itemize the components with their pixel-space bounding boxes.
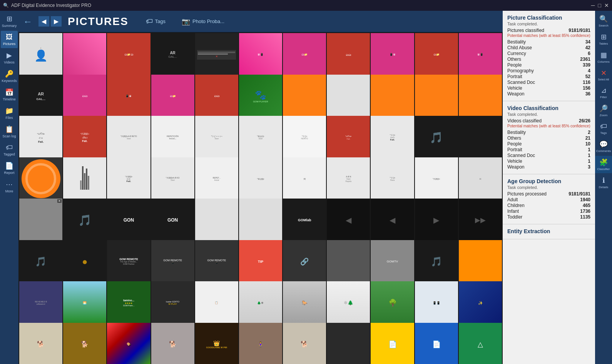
grid-cell[interactable]: *片調節• เสียง Fail. <box>63 116 106 159</box>
grid-cell[interactable]: △ <box>459 323 502 364</box>
grid-cell[interactable]: 🐕 <box>283 323 326 364</box>
grid-cell[interactable]: ✕ <box>195 33 238 76</box>
grid-cell[interactable] <box>459 240 502 283</box>
grid-cell[interactable]: GON <box>107 199 150 242</box>
grid-cell[interactable]: 🗂📁 <box>283 33 326 76</box>
grid-cell[interactable]: *再생点• Start <box>239 116 282 159</box>
right-sidebar-item-classifier[interactable]: 🧩 Classifier <box>595 156 612 173</box>
grid-cell[interactable]: ❄🌲 <box>327 281 370 324</box>
right-sidebar-item-tables[interactable]: ⊞ Tables <box>595 30 612 48</box>
grid-cell[interactable]: 🔗 <box>283 240 326 283</box>
nav-prev-button[interactable]: ◀ <box>38 16 49 27</box>
grid-cell[interactable]: ✕ <box>19 199 62 242</box>
grid-cell[interactable]: REVIEWED B software.ir <box>19 281 62 324</box>
window-controls[interactable]: ─ □ ✕ <box>591 2 609 8</box>
grid-cell[interactable]: REPET... Inicial <box>195 157 238 200</box>
grid-cell[interactable]: 🗂🗂 <box>327 33 370 76</box>
grid-cell[interactable] <box>371 75 414 118</box>
grid-cell[interactable] <box>239 199 282 242</box>
grid-cell[interactable]: 🎨 <box>107 323 150 364</box>
grid-cell[interactable]: 🐕 <box>63 323 106 364</box>
grid-cell[interactable]: 📱🖥 <box>107 75 150 118</box>
grid-cell[interactable]: ARGAL... <box>19 75 62 118</box>
grid-cell[interactable]: AI <box>459 157 502 200</box>
right-sidebar-item-details[interactable]: ℹ Details <box>595 174 612 191</box>
grid-cell[interactable] <box>63 33 106 76</box>
sidebar-item-timeline[interactable]: 📅 Timeline <box>1 86 18 104</box>
right-sidebar-item-zoom[interactable]: 🔎 Zoom <box>595 102 612 119</box>
sidebar-item-scanlog[interactable]: 📋 Scan log <box>1 123 18 140</box>
grid-cell[interactable]: GOM REMOTE 📱 <box>151 240 194 283</box>
grid-cell[interactable]: 🌳 <box>371 281 414 324</box>
grid-cell[interactable]: ◀ <box>327 199 370 242</box>
right-sidebar-item-select-all[interactable]: ✕ Select All <box>595 67 612 83</box>
grid-cell[interactable]: 🌲❄ <box>239 281 282 324</box>
grid-cell[interactable]: ◀ <box>371 199 414 242</box>
grid-cell[interactable]: *แก้ไข• Fail. <box>327 116 370 159</box>
grid-cell[interactable] <box>19 157 62 200</box>
grid-cell[interactable]: 📋 <box>195 281 238 324</box>
grid-cell[interactable]: 📱📱 <box>415 281 458 324</box>
grid-cell[interactable]: *片調節•A-B RETO Start <box>107 116 150 159</box>
grid-cell[interactable]: GON <box>151 199 194 242</box>
sidebar-item-tagged[interactable]: 🏷 Tagged <box>1 141 18 159</box>
sidebar-item-files[interactable]: 📁 Files <box>1 104 18 122</box>
grid-cell[interactable]: *リピーート• Start <box>195 116 238 159</box>
grid-cell[interactable]: 🗂🗂 <box>63 75 106 118</box>
grid-cell[interactable]: ▶▶ <box>459 199 502 242</box>
sidebar-item-summary[interactable]: ⊞ Summary <box>1 12 18 30</box>
grid-cell[interactable]: 👑 GOODGAME M PIR <box>195 323 238 364</box>
grid-cell[interactable]: 🗂📁🗂 <box>107 33 150 76</box>
grid-cell[interactable]: 📄 <box>415 323 458 364</box>
grid-cell[interactable]: *구간• Hasa <box>371 157 414 200</box>
grid-cell[interactable]: 🖥📱 <box>459 33 502 76</box>
nav-next-button[interactable]: ▶ <box>51 16 62 27</box>
grid-cell[interactable] <box>327 323 370 364</box>
grid-cell[interactable]: GOM REMOTE The Age of Mobile... GOM Part… <box>107 240 150 283</box>
grid-cell[interactable]: ● <box>63 240 106 283</box>
back-button[interactable]: ← <box>23 16 32 27</box>
grid-cell[interactable]: 間 <box>283 157 326 200</box>
maximize-button[interactable]: □ <box>598 2 601 8</box>
grid-cell[interactable] <box>459 75 502 118</box>
grid-cell[interactable]: 🌅 <box>63 281 106 324</box>
grid-cell[interactable]: *แก้ไข• ด้วย Fail. <box>19 116 62 159</box>
grid-cell[interactable]: 🐕 <box>151 323 194 364</box>
sidebar-item-pictures[interactable]: 🖼 Pictures <box>1 31 18 48</box>
grid-cell[interactable]: ✨ <box>459 281 502 324</box>
grid-cell[interactable]: ▶ <box>415 199 458 242</box>
right-sidebar-item-filter[interactable]: ⊿ Filter <box>595 84 612 101</box>
sidebar-item-videos[interactable]: ▶ Videos <box>1 49 18 67</box>
grid-cell[interactable]: *再생點• <box>239 157 282 200</box>
grid-cell[interactable] <box>63 157 106 200</box>
tags-button[interactable]: 🏷 Tags <box>141 15 171 27</box>
right-sidebar-item-tags[interactable]: 🏷 Tags <box>595 120 612 137</box>
grid-cell[interactable]: REPETICIÓN Inicial... <box>151 116 194 159</box>
grid-cell[interactable]: GOMTV <box>371 240 414 283</box>
grid-cell[interactable]: 🖥📱 <box>239 33 282 76</box>
grid-cell[interactable]: *片調節•A-B KO Start <box>151 157 194 200</box>
grid-cell[interactable]: TIP <box>239 240 282 283</box>
grid-cell[interactable]: *구간• NORTO <box>283 116 326 159</box>
right-sidebar-item-comments[interactable]: 💬 Comments <box>595 138 612 155</box>
grid-cell[interactable]: *片調節• <box>415 157 458 200</box>
grid-cell[interactable] <box>415 75 458 118</box>
grid-cell[interactable]: 🐕 <box>19 323 62 364</box>
grid-cell[interactable]: 📱🖥 <box>371 33 414 76</box>
grid-cell[interactable] <box>327 75 370 118</box>
grid-cell[interactable]: AR GAL... <box>151 33 194 76</box>
right-sidebar-item-search[interactable]: 🔍 Search <box>595 12 612 30</box>
grid-cell[interactable]: 🎵 <box>19 240 62 283</box>
sidebar-item-more[interactable]: ⋯ More <box>1 178 18 195</box>
right-sidebar-item-columns[interactable]: ▦ Columns <box>595 48 612 66</box>
sidebar-item-keywords[interactable]: 🔑 Keywords <box>1 67 18 85</box>
grid-cell[interactable]: *구간• Авто Fail. <box>371 116 414 159</box>
grid-cell[interactable]: GOM REMOTE 📱 <box>195 240 238 283</box>
grid-cell[interactable]: 🗂🗂 <box>195 75 238 118</box>
photo-proba-button[interactable]: 📷 Photo Proba... <box>177 15 229 28</box>
grid-cell[interactable]: 🗂📁 <box>151 75 194 118</box>
grid-cell[interactable]: A-B N Start Rapido <box>327 157 370 200</box>
grid-cell[interactable]: GOMlab <box>283 199 326 242</box>
close-button[interactable]: ✕ <box>604 2 609 8</box>
grid-cell[interactable]: 🐾 GOM PLAYER <box>239 75 282 118</box>
